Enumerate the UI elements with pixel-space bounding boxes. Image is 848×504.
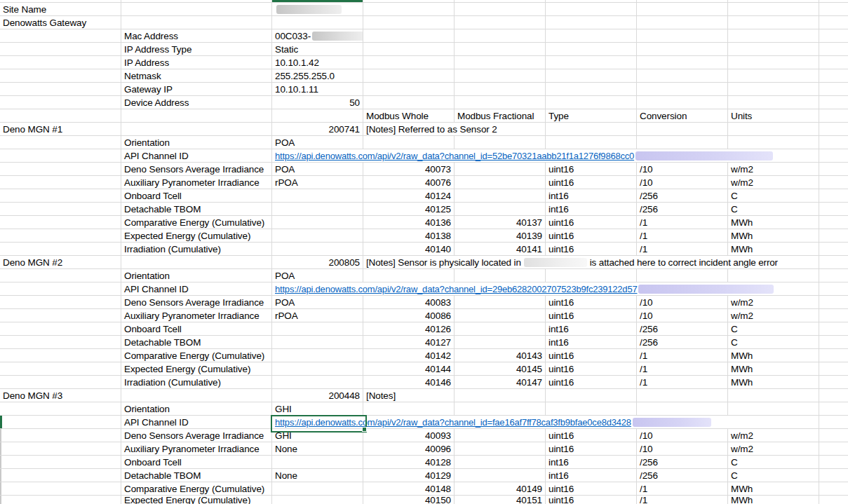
cell-empty[interactable] — [546, 16, 637, 29]
cell-empty[interactable] — [546, 69, 637, 82]
cell-empty[interactable] — [0, 83, 121, 95]
cell-empty[interactable] — [121, 389, 272, 402]
cell-empty[interactable] — [637, 269, 728, 282]
cell-empty[interactable] — [455, 0, 546, 2]
cell-empty[interactable] — [363, 69, 455, 82]
label-cell[interactable]: Detachable TBOM — [121, 203, 272, 215]
value-cell[interactable]: uint16 — [546, 429, 637, 442]
cell-empty[interactable] — [546, 123, 637, 135]
cell-empty[interactable] — [0, 29, 121, 42]
value-cell[interactable]: 40146 — [363, 376, 455, 388]
cell-empty[interactable] — [121, 16, 272, 29]
value-cell[interactable]: 40138 — [363, 229, 455, 242]
cell-empty[interactable] — [272, 362, 363, 375]
cell-empty[interactable] — [455, 69, 546, 82]
value-cell[interactable]: None — [272, 469, 363, 482]
value-cell[interactable]: w/m2 — [728, 442, 819, 455]
label-cell[interactable]: Orientation — [121, 136, 272, 149]
value-cell[interactable]: 40124 — [363, 189, 455, 202]
cell-empty[interactable] — [819, 149, 848, 162]
value-cell[interactable]: C — [728, 456, 819, 468]
cell-empty[interactable] — [637, 3, 728, 15]
value-cell[interactable]: 40096 — [363, 442, 455, 455]
cell-empty[interactable] — [0, 376, 121, 388]
label-cell[interactable]: Orientation — [121, 269, 272, 282]
value-cell[interactable]: w/m2 — [728, 296, 819, 308]
cell-empty[interactable] — [819, 56, 848, 69]
api-channel-link[interactable]: https://api.denowatts.com/api/v2/raw_dat… — [275, 417, 631, 428]
cell-empty[interactable] — [637, 83, 728, 95]
cell-empty[interactable] — [0, 203, 121, 215]
value-cell[interactable]: 00C033- — [272, 29, 363, 42]
value-cell[interactable]: /1 — [637, 229, 728, 242]
cell-empty[interactable] — [455, 163, 546, 175]
cell-empty[interactable] — [0, 216, 121, 229]
value-cell[interactable]: 40136 — [363, 216, 455, 229]
cell-empty[interactable] — [272, 229, 363, 242]
api-channel-link[interactable]: https://api.denowatts.com/api/v2/raw_dat… — [275, 151, 634, 161]
cell-empty[interactable] — [363, 43, 455, 55]
value-cell[interactable]: MWh — [728, 243, 819, 255]
cell-empty[interactable] — [363, 16, 455, 29]
value-cell[interactable]: /1 — [637, 496, 728, 504]
value-cell[interactable]: 40128 — [363, 456, 455, 468]
cell-empty[interactable] — [455, 389, 546, 402]
cell-empty[interactable] — [455, 96, 546, 109]
value-cell[interactable]: uint16 — [546, 309, 637, 322]
cell-empty[interactable] — [121, 123, 272, 135]
value-cell[interactable]: 40127 — [363, 336, 455, 348]
cell-empty[interactable] — [0, 469, 121, 482]
cell-empty[interactable] — [272, 349, 363, 362]
cell-empty[interactable] — [455, 442, 546, 455]
value-cell[interactable]: /256 — [637, 336, 728, 348]
value-cell[interactable]: None — [272, 442, 363, 455]
cell-empty[interactable] — [819, 269, 848, 282]
value-cell[interactable]: rPOA — [272, 176, 363, 189]
cell-empty[interactable] — [819, 229, 848, 242]
cell-empty[interactable] — [455, 269, 546, 282]
cell-empty[interactable] — [455, 176, 546, 189]
cell-empty[interactable] — [728, 56, 819, 69]
cell-empty[interactable] — [819, 189, 848, 202]
cell-empty[interactable] — [272, 243, 363, 255]
label-cell[interactable]: Deno Sensors Average Irradiance — [121, 429, 272, 442]
label-cell[interactable]: Onboard Tcell — [121, 456, 272, 468]
value-cell[interactable]: uint16 — [546, 482, 637, 495]
value-cell[interactable]: MWh — [728, 376, 819, 388]
value-cell[interactable]: 10.10.1.11 — [272, 83, 363, 95]
value-cell[interactable]: /256 — [637, 322, 728, 335]
label-cell[interactable]: Comparative Energy (Cumulative) — [121, 482, 272, 495]
header-cell[interactable]: Units — [728, 109, 819, 122]
section-cell[interactable]: Deno MGN #1 — [0, 123, 121, 135]
value-cell[interactable]: uint16 — [546, 216, 637, 229]
value-cell[interactable]: POA — [272, 269, 363, 282]
cell-empty[interactable] — [121, 0, 272, 2]
cell-empty[interactable] — [819, 376, 848, 388]
label-cell[interactable]: Auxiliary Pyranometer Irradiance — [121, 309, 272, 322]
value-cell[interactable]: C — [728, 469, 819, 482]
cell-empty[interactable] — [0, 416, 121, 428]
value-cell[interactable]: 40149 — [455, 482, 546, 495]
cell-empty[interactable] — [819, 362, 848, 375]
value-cell[interactable]: GHI — [272, 402, 363, 415]
api-url-cell[interactable]: https://api.denowatts.com/api/v2/raw_dat… — [272, 149, 819, 162]
value-cell[interactable]: POA — [272, 136, 363, 149]
value-cell[interactable]: uint16 — [546, 243, 637, 255]
value-cell[interactable]: int16 — [546, 203, 637, 215]
value-cell[interactable]: /256 — [637, 456, 728, 468]
value-cell[interactable]: w/m2 — [728, 163, 819, 175]
value-cell[interactable]: MWh — [728, 349, 819, 362]
cell-empty[interactable] — [121, 3, 272, 15]
cell-empty[interactable] — [0, 43, 121, 55]
value-cell[interactable]: MWh — [728, 216, 819, 229]
cell-empty[interactable] — [0, 349, 121, 362]
value-cell[interactable]: MWh — [728, 362, 819, 375]
cell-empty[interactable] — [637, 136, 728, 149]
cell-empty[interactable] — [819, 296, 848, 308]
label-cell[interactable]: Gateway IP — [121, 83, 272, 95]
value-cell[interactable]: GHI — [272, 429, 363, 442]
cell-empty[interactable] — [0, 429, 121, 442]
cell-empty[interactable] — [637, 402, 728, 415]
cell-empty[interactable] — [546, 389, 637, 402]
value-cell[interactable]: /10 — [637, 309, 728, 322]
